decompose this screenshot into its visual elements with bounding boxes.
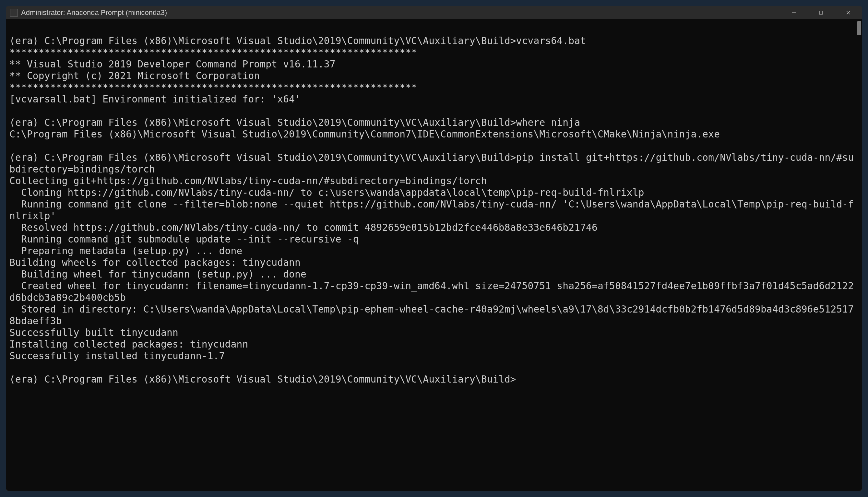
titlebar[interactable]: Administrator: Anaconda Prompt (minicond… <box>6 6 862 19</box>
blank-line <box>10 105 858 117</box>
terminal-content[interactable]: (era) C:\Program Files (x86)\Microsoft V… <box>6 19 862 412</box>
close-icon <box>845 10 851 16</box>
minimize-icon <box>791 10 797 16</box>
prompt-text: (era) C:\Program Files (x86)\Microsoft V… <box>10 117 516 128</box>
output-line: ** Copyright (c) 2021 Microsoft Corporat… <box>10 70 858 82</box>
prompt-line: (era) C:\Program Files (x86)\Microsoft V… <box>10 36 858 47</box>
output-line: Cloning https://github.com/NVlabs/tiny-c… <box>10 187 858 199</box>
output-line: Preparing metadata (setup.py) ... done <box>10 245 858 257</box>
output-line: Collecting git+https://github.com/NVlabs… <box>10 175 858 187</box>
terminal-window: Administrator: Anaconda Prompt (minicond… <box>6 6 862 491</box>
scrollbar-thumb[interactable] <box>857 21 861 36</box>
maximize-button[interactable] <box>807 6 835 19</box>
blank-line <box>10 140 858 152</box>
output-line: Created wheel for tinycudann: filename=t… <box>10 281 858 304</box>
output-line: Building wheels for collected packages: … <box>10 257 858 269</box>
command-text: vcvars64.bat <box>516 36 586 46</box>
output-line: ** Visual Studio 2019 Developer Command … <box>10 59 858 70</box>
command-text: where ninja <box>516 117 580 128</box>
output-line: ****************************************… <box>10 82 858 94</box>
prompt-text: (era) C:\Program Files (x86)\Microsoft V… <box>10 152 516 163</box>
window-title: Administrator: Anaconda Prompt (minicond… <box>21 9 167 17</box>
prompt-line: (era) C:\Program Files (x86)\Microsoft V… <box>10 117 858 129</box>
output-line: C:\Program Files (x86)\Microsoft Visual … <box>10 129 858 140</box>
output-line: Running command git clone --filter=blob:… <box>10 199 858 222</box>
output-line: Stored in directory: C:\Users\wanda\AppD… <box>10 304 858 327</box>
close-button[interactable] <box>835 6 862 19</box>
prompt-text: (era) C:\Program Files (x86)\Microsoft V… <box>10 36 516 46</box>
output-line: Running command git submodule update --i… <box>10 234 858 245</box>
prompt-line: (era) C:\Program Files (x86)\Microsoft V… <box>10 152 858 175</box>
prompt-line: (era) C:\Program Files (x86)\Microsoft V… <box>10 374 858 385</box>
output-line: Building wheel for tinycudann (setup.py)… <box>10 269 858 281</box>
output-line: Successfully installed tinycudann-1.7 <box>10 351 858 362</box>
output-line: [vcvarsall.bat] Environment initialized … <box>10 94 858 105</box>
maximize-icon <box>818 10 824 16</box>
blank-line <box>10 362 858 374</box>
output-line: Successfully built tinycudann <box>10 327 858 339</box>
window-controls <box>780 6 862 19</box>
output-line: ****************************************… <box>10 47 858 59</box>
app-icon <box>10 9 18 16</box>
terminal-body[interactable]: (era) C:\Program Files (x86)\Microsoft V… <box>6 19 862 491</box>
output-line: Resolved https://github.com/NVlabs/tiny-… <box>10 222 858 234</box>
minimize-button[interactable] <box>780 6 807 19</box>
prompt-text: (era) C:\Program Files (x86)\Microsoft V… <box>10 374 516 385</box>
output-line: Installing collected packages: tinycudan… <box>10 339 858 351</box>
cursor <box>516 374 522 385</box>
svg-rect-1 <box>820 11 823 14</box>
